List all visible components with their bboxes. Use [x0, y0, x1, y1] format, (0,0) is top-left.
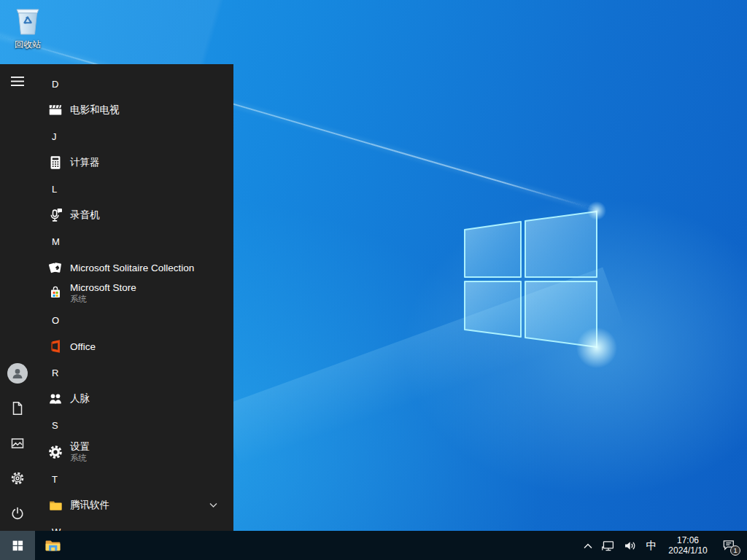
section-letter: M [52, 236, 60, 247]
section-letter: L [52, 184, 57, 195]
people-icon [47, 390, 64, 408]
chevron-up-icon [583, 542, 593, 549]
section-letter: T [52, 474, 58, 485]
recycle-bin-label: 回收站 [4, 40, 51, 50]
settings-rail-button[interactable] [0, 461, 35, 496]
app-label: Office [70, 341, 96, 352]
section-header-r[interactable]: R [35, 359, 233, 386]
app-item-solitaire[interactable]: Microsoft Solitaire Collection [35, 255, 233, 280]
action-center-button[interactable]: 1 [713, 531, 744, 560]
recycle-bin[interactable]: 回收站 [4, 4, 51, 50]
user-avatar-icon [7, 363, 28, 384]
solitaire-icon [47, 259, 64, 276]
section-letter: O [52, 315, 59, 326]
ime-indicator[interactable]: 中 [640, 531, 662, 560]
app-item-settings[interactable]: 设置 系统 [35, 439, 233, 465]
notification-badge: 1 [730, 545, 740, 556]
section-letter: D [52, 79, 58, 90]
section-letter: R [52, 368, 58, 378]
app-label: 人脉 [70, 392, 90, 405]
windows-start-icon [11, 539, 24, 552]
section-header-o[interactable]: O [35, 306, 233, 334]
app-label: 录音机 [70, 209, 100, 222]
section-header-m[interactable]: M [35, 228, 233, 255]
settings-icon [47, 443, 64, 461]
document-icon [10, 401, 25, 416]
power-button[interactable] [0, 496, 35, 531]
section-header-t[interactable]: T [35, 465, 233, 493]
app-item-calculator[interactable]: 计算器 [35, 150, 233, 175]
rail-bottom-group [0, 356, 35, 531]
section-header-d[interactable]: D [35, 70, 233, 98]
clock-date: 2024/1/10 [668, 545, 707, 556]
app-item-movies-tv[interactable]: 电影和电视 [35, 98, 233, 122]
app-item-people[interactable]: 人脉 [35, 386, 233, 411]
app-item-tencent-folder[interactable]: 腾讯软件 [35, 493, 233, 518]
network-icon [601, 539, 615, 553]
store-icon [47, 284, 64, 302]
office-icon [47, 338, 64, 355]
volume-icon [623, 539, 637, 553]
user-account-button[interactable] [0, 356, 35, 391]
calculator-icon [47, 154, 64, 171]
file-explorer-icon [44, 537, 62, 555]
start-button[interactable] [0, 531, 35, 560]
expand-chevron-icon[interactable] [209, 503, 217, 508]
voice-recorder-icon [47, 206, 64, 224]
recycle-bin-icon [13, 4, 42, 36]
volume-tray-button[interactable] [619, 531, 640, 560]
file-explorer-button[interactable] [35, 531, 70, 560]
start-menu-rail [0, 64, 35, 531]
section-header-w[interactable]: W [35, 518, 233, 531]
app-item-voice-recorder[interactable]: 录音机 [35, 203, 233, 228]
clock-time: 17:06 [677, 535, 699, 545]
app-label: Microsoft Store [70, 282, 136, 294]
desktop: 回收站 [0, 0, 747, 560]
hidden-icons-chevron[interactable] [579, 531, 597, 560]
section-letter: S [52, 420, 58, 431]
menu-toggle-button[interactable] [0, 64, 35, 99]
app-label: 设置 [70, 441, 90, 453]
system-tray: 中 17:06 2024/1/10 1 [579, 531, 747, 560]
app-list: D 电影和电视 J [35, 64, 233, 531]
gear-icon [10, 471, 25, 486]
section-header-s[interactable]: S [35, 411, 233, 439]
section-header-j[interactable]: J [35, 122, 233, 150]
network-tray-button[interactable] [597, 531, 619, 560]
pictures-icon [10, 436, 25, 451]
taskbar-clock[interactable]: 17:06 2024/1/10 [662, 531, 713, 560]
folder-icon [47, 497, 64, 514]
movies-tv-icon [47, 101, 64, 119]
app-sublabel: 系统 [70, 453, 90, 463]
app-label: 电影和电视 [70, 104, 120, 117]
app-item-office[interactable]: Office [35, 334, 233, 359]
pictures-button[interactable] [0, 426, 35, 461]
app-label: 腾讯软件 [70, 499, 109, 512]
app-label: Microsoft Solitaire Collection [70, 262, 194, 273]
taskbar: 中 17:06 2024/1/10 1 [0, 531, 747, 560]
app-label: 计算器 [70, 156, 100, 169]
app-sublabel: 系统 [70, 294, 136, 304]
documents-button[interactable] [0, 391, 35, 426]
section-header-l[interactable]: L [35, 175, 233, 203]
app-item-microsoft-store[interactable]: Microsoft Store 系统 [35, 280, 233, 306]
start-menu: D 电影和电视 J [0, 64, 233, 531]
section-letter: J [52, 131, 57, 142]
power-icon [10, 506, 25, 521]
hamburger-icon [11, 77, 24, 87]
